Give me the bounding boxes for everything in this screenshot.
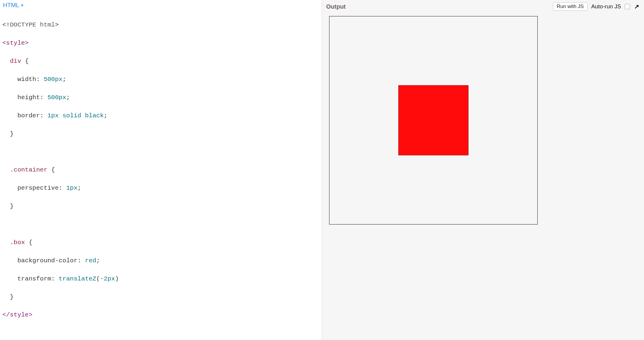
output-pane: Output Run with JS Auto-run JS ↗ <box>322 0 644 340</box>
editor-header: HTML ▼ <box>0 0 322 10</box>
chevron-down-icon[interactable]: ▼ <box>20 3 24 7</box>
code-editor[interactable]: <!DOCTYPE html> <style> div { width: 500… <box>0 10 322 340</box>
autorun-checkbox[interactable] <box>625 4 630 9</box>
run-with-js-button[interactable]: Run with JS <box>553 2 588 11</box>
output-header: Output Run with JS Auto-run JS ↗ <box>322 0 644 14</box>
rendered-box-div <box>399 85 469 155</box>
output-title: Output <box>326 3 346 10</box>
expand-icon[interactable]: ↗ <box>634 3 640 10</box>
output-stage <box>322 14 644 340</box>
editor-pane: HTML ▼ <!DOCTYPE html> <style> div { wid… <box>0 0 322 340</box>
language-selector[interactable]: HTML <box>3 2 19 9</box>
rendered-container-div <box>329 16 538 224</box>
autorun-label: Auto-run JS <box>591 3 621 10</box>
